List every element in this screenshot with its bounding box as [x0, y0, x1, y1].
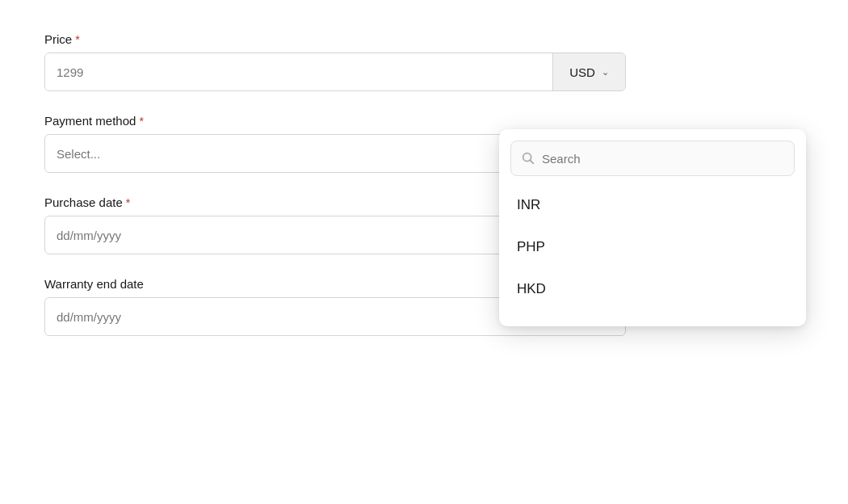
price-label: Price *: [44, 32, 804, 46]
currency-option-inr-label: INR: [517, 197, 540, 212]
currency-search-box: [510, 141, 795, 176]
purchase-date-required-star: *: [126, 196, 130, 209]
currency-option-hkd[interactable]: HKD: [510, 268, 795, 310]
svg-line-1: [530, 160, 533, 163]
currency-label: USD: [569, 65, 595, 79]
currency-option-hkd-label: HKD: [517, 281, 546, 296]
currency-search-input[interactable]: [542, 152, 784, 166]
currency-dropdown-overlay: INR PHP HKD: [499, 129, 806, 326]
payment-label: Payment method *: [44, 114, 804, 128]
price-input[interactable]: [45, 53, 552, 90]
price-field-group: Price * USD ⌄: [44, 32, 804, 91]
payment-required-star: *: [139, 115, 143, 128]
purchase-date-label-text: Purchase date: [44, 195, 123, 209]
payment-label-text: Payment method: [44, 114, 136, 128]
currency-option-php[interactable]: PHP: [510, 226, 795, 268]
price-label-text: Price: [44, 32, 72, 46]
warranty-label-text: Warranty end date: [44, 277, 144, 291]
currency-option-php-label: PHP: [517, 239, 545, 254]
price-input-wrapper: USD ⌄: [44, 52, 626, 91]
chevron-down-icon: ⌄: [602, 67, 609, 78]
currency-option-inr[interactable]: INR: [510, 184, 795, 226]
price-required-star: *: [75, 33, 79, 46]
search-icon: [521, 151, 535, 166]
currency-dropdown-button[interactable]: USD ⌄: [552, 53, 625, 90]
